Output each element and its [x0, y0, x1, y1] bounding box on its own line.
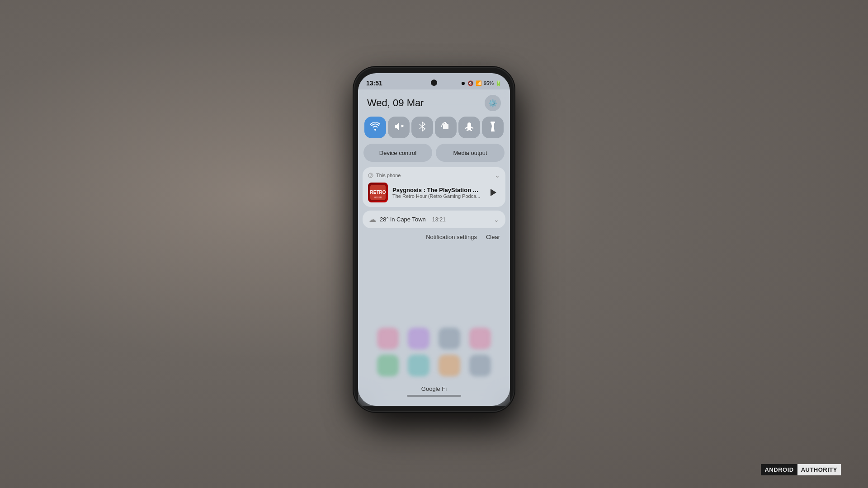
weather-time: 13:21 [432, 216, 446, 223]
weather-expand-icon[interactable]: ⌄ [494, 216, 499, 223]
status-time: 13:51 [366, 80, 382, 87]
clear-notifications-button[interactable]: Clear [486, 234, 500, 240]
settings-button[interactable]: ⚙️ [485, 95, 501, 111]
rotation-tile[interactable] [435, 117, 457, 138]
date-display: Wed, 09 Mar [367, 97, 424, 109]
app-icon-8[interactable] [469, 355, 491, 376]
app-icon-5[interactable] [377, 355, 399, 376]
scene-container: 13:51 ⏺ 🔇 📶 95% 🔋 Wed, 09 Mar ⚙️ [0, 0, 868, 488]
bluetooth-tile[interactable] [411, 117, 433, 138]
media-notification-card[interactable]: This phone ⌄ [363, 167, 505, 207]
rotation-icon [441, 122, 451, 134]
media-album-art: RETRO HOUR [368, 183, 388, 202]
svg-point-7 [370, 176, 371, 177]
flashlight-tile[interactable] [482, 117, 504, 138]
watermark: ANDROID AUTHORITY [761, 464, 841, 475]
status-icons: ⏺ 🔇 📶 95% 🔋 [461, 80, 502, 86]
media-expand-icon[interactable]: ⌄ [495, 172, 500, 179]
svg-marker-12 [491, 189, 496, 196]
wifi-tile[interactable] [364, 117, 386, 138]
signal-icon: 📶 [476, 80, 482, 86]
media-output-button[interactable]: Media output [436, 144, 505, 162]
weather-text: 28° in Cape Town [380, 216, 426, 223]
mute-icon [394, 122, 404, 134]
phone-device: 13:51 ⏺ 🔇 📶 95% 🔋 Wed, 09 Mar ⚙️ [354, 68, 514, 411]
weather-left: ☁ 28° in Cape Town 13:21 [369, 215, 446, 224]
phone-source-icon [368, 173, 373, 178]
notification-settings-button[interactable]: Notification settings [426, 234, 477, 240]
media-info: Psygnosis : The PlayStation Years - T...… [392, 187, 481, 199]
home-screen-area: Google Fi [358, 282, 510, 406]
media-body: RETRO HOUR Psygnosis : The PlayStation Y… [368, 183, 500, 202]
record-icon: ⏺ [461, 80, 466, 86]
airplane-tile[interactable] [458, 117, 480, 138]
media-title: Psygnosis : The PlayStation Years - T... [392, 187, 481, 193]
svg-text:RETRO: RETRO [370, 190, 386, 195]
media-source: This phone [368, 173, 401, 178]
app-icon-1[interactable] [377, 328, 399, 349]
airplane-icon [464, 122, 474, 134]
svg-rect-4 [443, 124, 448, 129]
device-control-button[interactable]: Device control [363, 144, 432, 162]
app-icon-4[interactable] [469, 328, 491, 349]
notification-actions: Notification settings Clear [363, 232, 505, 244]
app-icon-2[interactable] [408, 328, 429, 349]
app-row-1 [377, 328, 491, 349]
media-subtitle: The Retro Hour (Retro Gaming Podca... [392, 193, 481, 199]
carrier-label: Google Fi [421, 385, 447, 392]
notification-panel: Wed, 09 Mar ⚙️ [358, 89, 510, 406]
phone-screen: 13:51 ⏺ 🔇 📶 95% 🔋 Wed, 09 Mar ⚙️ [358, 73, 510, 406]
mute-tile[interactable] [388, 117, 410, 138]
weather-notification-card[interactable]: ☁ 28° in Cape Town 13:21 ⌄ [363, 211, 505, 228]
watermark-authority: AUTHORITY [797, 464, 841, 475]
app-icon-7[interactable] [439, 355, 460, 376]
quick-settings-row [358, 115, 510, 144]
mute-status-icon: 🔇 [467, 80, 474, 86]
media-source-label: This phone [376, 173, 401, 178]
app-icon-6[interactable] [408, 355, 429, 376]
wifi-icon [370, 122, 380, 133]
camera-notch [431, 80, 437, 86]
battery-percent: 95% [484, 80, 494, 86]
flashlight-icon [489, 122, 497, 134]
bluetooth-icon [418, 122, 426, 134]
media-play-button[interactable] [486, 185, 500, 200]
device-media-row: Device control Media output [358, 144, 510, 167]
svg-text:HOUR: HOUR [374, 196, 382, 199]
battery-icon: 🔋 [495, 80, 502, 86]
app-row-2 [377, 355, 491, 376]
watermark-android: ANDROID [761, 464, 797, 475]
media-card-header: This phone ⌄ [368, 172, 500, 179]
date-row: Wed, 09 Mar ⚙️ [358, 89, 510, 115]
cloud-icon: ☁ [369, 215, 376, 224]
gear-icon: ⚙️ [488, 99, 497, 108]
notifications-area: This phone ⌄ [358, 167, 510, 282]
app-icon-3[interactable] [439, 328, 460, 349]
home-indicator [407, 395, 461, 397]
svg-rect-5 [491, 122, 495, 123]
